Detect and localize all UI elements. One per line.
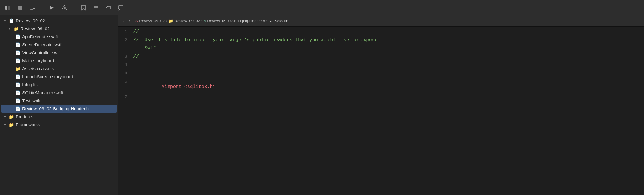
code-line-6: 6 #import <sqlite3.h> [118, 79, 644, 95]
code-line-1: 1 // [118, 29, 644, 37]
line-number-5: 5 [118, 71, 133, 76]
sidebar-item-folder[interactable]: ▼ 📁 Review_09_02 [1, 25, 117, 33]
bookmark-icon[interactable] [79, 4, 88, 12]
line-content-1: // [133, 29, 139, 34]
toolbar-separator-1 [42, 4, 42, 12]
products-folder-icon: 📁 [9, 114, 14, 119]
svg-marker-7 [50, 6, 54, 10]
sidebar-item-test-label: Test.swift [22, 98, 41, 103]
sidebar-item-main-storyboard[interactable]: 📄 Main.storyboard [1, 57, 117, 65]
nav-back-button[interactable]: ‹ [122, 18, 126, 24]
scheme-icon[interactable] [28, 4, 37, 12]
code-line-2: 2 // Use this file to import your target… [118, 37, 644, 46]
import-path: <sqlite3.h> [184, 84, 216, 89]
folder-triangle-icon: ▼ [8, 27, 11, 30]
breadcrumb-chevron-2: › [201, 19, 202, 23]
project-icon: 📋 [9, 18, 14, 23]
svg-rect-2 [18, 6, 22, 10]
sidebar-item-frameworks[interactable]: ▼ 📁 Frameworks [1, 121, 117, 129]
breadcrumb-label-4: No Selection [269, 19, 291, 23]
code-line-4: 4 [118, 62, 644, 71]
sidebar-item-launchscreen-label: LaunchScreen.storyboard [22, 74, 73, 79]
line-number-3: 3 [118, 54, 133, 59]
frameworks-folder-icon: 📁 [9, 122, 14, 127]
breadcrumb-chevron-3: › [266, 19, 267, 23]
label-icon[interactable] [104, 4, 112, 12]
storyboard-icon-1: 📄 [15, 58, 20, 63]
sidebar-item-sqlitemanager[interactable]: 📄 SQLiteManager.swift [1, 89, 117, 97]
code-line-3: 3 // [118, 54, 644, 62]
swift-file-icon-5: 📄 [15, 98, 20, 103]
swift-file-icon-2: 📄 [15, 42, 20, 47]
nav-forward-button[interactable]: › [128, 18, 131, 24]
line-number-2: 2 [118, 38, 133, 43]
code-line-2b: Swift. [118, 46, 644, 54]
comment-icon[interactable] [117, 4, 125, 12]
swift-file-icon-1: 📄 [15, 34, 20, 39]
line-number-6: 6 [118, 79, 133, 84]
list-icon[interactable] [92, 4, 100, 12]
sidebar-item-root[interactable]: ▼ 📋 Review_09_02 [1, 17, 117, 25]
svg-point-10 [64, 9, 65, 9]
sidebar: ▼ 📋 Review_09_02 ▼ 📁 Review_09_02 📄 AppD… [0, 15, 118, 195]
breadcrumb-item-2[interactable]: 📁 Review_09_02 [168, 19, 200, 23]
svg-rect-1 [8, 6, 10, 10]
svg-rect-3 [30, 6, 33, 9]
warning-icon[interactable] [60, 4, 68, 12]
stop-icon[interactable] [16, 4, 24, 12]
toolbar [0, 0, 644, 15]
sidebar-item-viewcontroller-label: ViewController.swift [22, 50, 61, 55]
breadcrumb-label-2: Review_09_02 [175, 19, 200, 23]
breadcrumb-item-1[interactable]: S Review_09_02 [135, 19, 165, 23]
breadcrumb-nav: ‹ › [122, 18, 132, 24]
line-number-1: 1 [118, 29, 133, 34]
sidebar-item-launchscreen[interactable]: 📄 LaunchScreen.storyboard [1, 73, 117, 81]
breadcrumb-folder-icon: 📁 [168, 19, 173, 23]
code-line-5: 5 [118, 71, 644, 79]
line-content-2: // Use this file to import your target's… [133, 37, 378, 43]
triangle-icon: ▼ [4, 19, 7, 22]
sidebar-item-sqlitemanager-label: SQLiteManager.swift [22, 90, 63, 95]
svg-point-6 [33, 7, 35, 9]
plist-icon: 📄 [15, 82, 20, 87]
sidebar-item-scenedelegate[interactable]: 📄 SceneDelegate.swift [1, 41, 117, 49]
sidebar-item-scenedelegate-label: SceneDelegate.swift [22, 42, 63, 47]
line-content-3: // [133, 54, 139, 59]
sidebar-item-products-label: Products [16, 114, 33, 119]
main-area: ▼ 📋 Review_09_02 ▼ 📁 Review_09_02 📄 AppD… [0, 15, 644, 195]
swift-file-icon-3: 📄 [15, 50, 20, 55]
breadcrumb-swift-icon: S [135, 19, 138, 23]
sidebar-item-root-label: Review_09_02 [16, 18, 45, 23]
folder-icon: 📁 [14, 26, 19, 31]
line-content-6: #import <sqlite3.h> [133, 79, 215, 95]
sidebar-item-infoplist-label: Info.plist [22, 82, 39, 87]
sidebar-item-viewcontroller[interactable]: 📄 ViewController.swift [1, 49, 117, 57]
run-icon[interactable] [48, 4, 56, 12]
breadcrumb-item-4[interactable]: No Selection [269, 19, 291, 23]
breadcrumb-label-1: Review_09_02 [139, 19, 165, 23]
code-line-7: 7 [118, 95, 644, 103]
sidebar-item-assets[interactable]: 📁 Assets.xcassets [1, 65, 117, 73]
sidebar-item-appdelegate-label: AppDelegate.swift [22, 34, 58, 39]
sidebar-item-products[interactable]: ▼ 📁 Products [1, 113, 117, 121]
xcassets-icon: 📁 [15, 66, 20, 71]
breadcrumb-item-3[interactable]: h Review_09_02-Bridging-Header.h [204, 19, 265, 23]
breadcrumb-bar: ‹ › S Review_09_02 › 📁 Review_09_02 › h … [118, 15, 644, 27]
sidebar-toggle-icon[interactable] [4, 4, 12, 12]
editor-container: ‹ › S Review_09_02 › 📁 Review_09_02 › h … [118, 15, 644, 195]
sidebar-item-bridging-header-label: Review_09_02-Bridging-Header.h [22, 106, 89, 111]
breadcrumb-label-3: Review_09_02-Bridging-Header.h [207, 19, 265, 23]
sidebar-item-bridging-header[interactable]: 📄 Review_09_02-Bridging-Header.h [1, 105, 117, 113]
sidebar-item-main-storyboard-label: Main.storyboard [22, 58, 54, 63]
breadcrumb-chevron-1: › [166, 19, 167, 23]
products-triangle-icon: ▼ [3, 115, 7, 118]
sidebar-item-appdelegate[interactable]: 📄 AppDelegate.swift [1, 33, 117, 41]
svg-marker-11 [82, 5, 85, 10]
sidebar-item-frameworks-label: Frameworks [16, 122, 40, 127]
storyboard-icon-2: 📄 [15, 74, 20, 79]
code-editor[interactable]: 1 // 2 // Use this file to import your t… [118, 27, 644, 195]
toolbar-separator-2 [74, 4, 74, 12]
sidebar-item-test[interactable]: 📄 Test.swift [1, 97, 117, 105]
sidebar-item-infoplist[interactable]: 📄 Info.plist [1, 81, 117, 89]
line-content-2b: Swift. [133, 46, 162, 51]
